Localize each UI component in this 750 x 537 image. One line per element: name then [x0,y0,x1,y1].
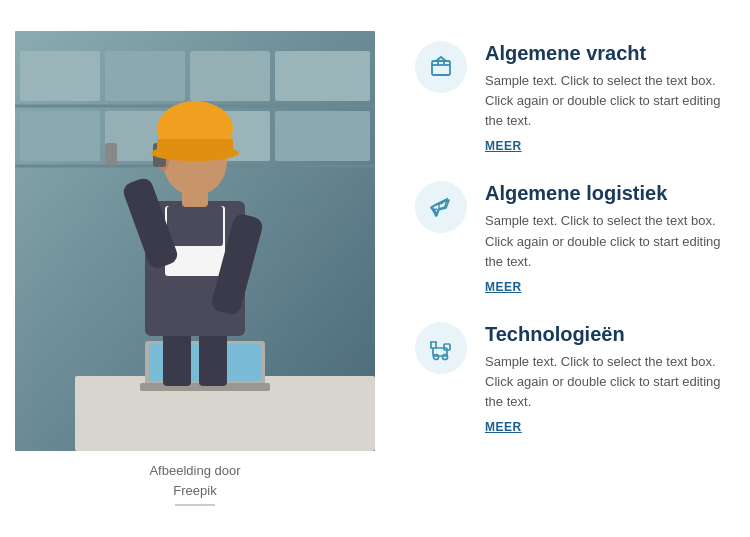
vracht-icon-circle [415,41,467,93]
service-title-technologie: Technologieën [485,322,735,346]
svg-rect-33 [432,61,450,75]
svg-point-32 [151,145,239,161]
service-title-logistiek: Algemene logistiek [485,181,735,205]
svg-rect-6 [20,111,100,161]
svg-rect-2 [20,51,100,101]
forklift-icon [427,334,455,362]
service-item-technologie: Technologieën Sample text. Click to sele… [415,322,735,434]
service-text-vracht: Sample text. Click to select the text bo… [485,71,735,131]
svg-rect-4 [190,51,270,101]
svg-rect-5 [275,51,370,101]
svg-rect-9 [275,111,370,161]
svg-rect-3 [105,51,185,101]
logistiek-icon-circle [415,181,467,233]
service-text-logistiek: Sample text. Click to select the text bo… [485,211,735,271]
svg-rect-20 [167,206,223,246]
box-icon [427,53,455,81]
caption-underline [175,504,215,506]
svg-rect-22 [105,143,117,165]
technologie-icon-circle [415,322,467,374]
plane-icon [427,193,455,221]
service-text-technologie: Sample text. Click to select the text bo… [485,352,735,412]
services-section: Algemene vracht Sample text. Click to se… [415,31,735,434]
caption-line2: Freepik [15,481,375,501]
service-content-technologie: Technologieën Sample text. Click to sele… [485,322,735,434]
meer-link-logistiek[interactable]: MEER [485,280,735,294]
worker-image [15,31,375,451]
caption-line1: Afbeelding door [15,461,375,481]
main-container: Afbeelding door Freepik Algemene vracht … [15,1,735,536]
service-item-vracht: Algemene vracht Sample text. Click to se… [415,41,735,153]
service-content-logistiek: Algemene logistiek Sample text. Click to… [485,181,735,293]
svg-point-35 [434,354,439,359]
service-content-vracht: Algemene vracht Sample text. Click to se… [485,41,735,153]
image-caption: Afbeelding door Freepik [15,461,375,506]
svg-point-36 [443,354,448,359]
service-item-logistiek: Algemene logistiek Sample text. Click to… [415,181,735,293]
image-section: Afbeelding door Freepik [15,31,375,506]
service-title-vracht: Algemene vracht [485,41,735,65]
meer-link-technologie[interactable]: MEER [485,420,735,434]
meer-link-vracht[interactable]: MEER [485,139,735,153]
